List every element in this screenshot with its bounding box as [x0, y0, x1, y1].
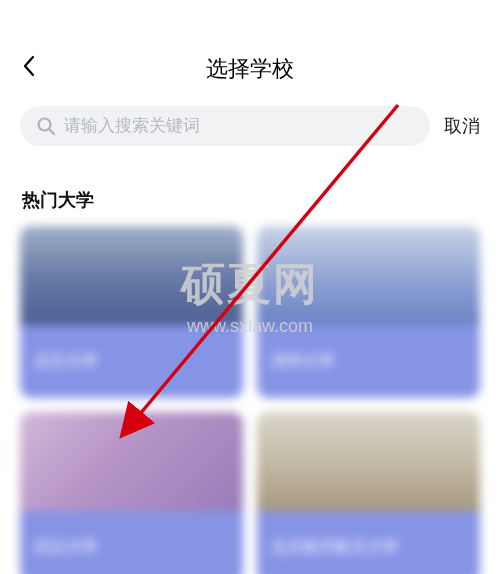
- header: 选择学校: [0, 36, 500, 98]
- card-label: 北京大学: [20, 326, 243, 398]
- back-icon[interactable]: [22, 55, 36, 83]
- svg-line-1: [49, 129, 54, 134]
- card-image: [20, 226, 243, 325]
- search-input[interactable]: [64, 116, 414, 136]
- university-grid: 北京大学 清华大学 武汉大学 北京航空航天大学: [0, 226, 500, 574]
- search-box[interactable]: [20, 106, 430, 146]
- cancel-button[interactable]: 取消: [444, 114, 480, 138]
- card-label: 武汉大学: [20, 511, 243, 574]
- search-icon: [36, 116, 56, 136]
- university-card[interactable]: 北京航空航天大学: [257, 412, 480, 574]
- search-row: 取消: [0, 98, 500, 160]
- card-label: 北京航空航天大学: [257, 511, 480, 574]
- university-card[interactable]: 清华大学: [257, 226, 480, 398]
- page-title: 选择学校: [20, 54, 480, 84]
- university-card[interactable]: 北京大学: [20, 226, 243, 398]
- card-label: 清华大学: [257, 326, 480, 398]
- section-title: 热门大学: [0, 160, 500, 226]
- card-image: [257, 226, 480, 325]
- university-card[interactable]: 武汉大学: [20, 412, 243, 574]
- card-image: [257, 412, 480, 511]
- card-image: [20, 412, 243, 511]
